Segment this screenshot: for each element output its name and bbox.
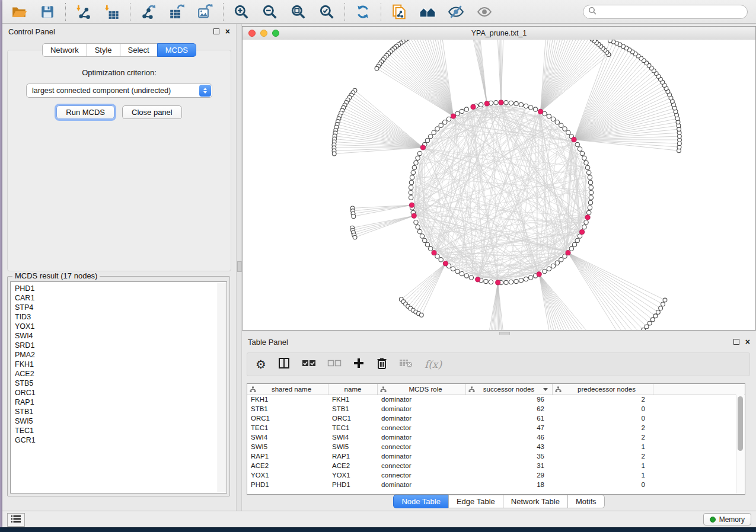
window-maximize-traffic-light[interactable] (272, 30, 279, 37)
table-row[interactable]: STB1STB1dominator620 (247, 404, 736, 414)
table-row[interactable]: TEC1TEC1connector472 (247, 423, 736, 432)
table-scrollbar-thumb[interactable] (738, 396, 743, 451)
close-panel-icon[interactable]: × (225, 27, 230, 36)
cell-successor-nodes[interactable]: 35 (466, 451, 553, 461)
float-window-icon[interactable] (213, 28, 219, 34)
export-image-button[interactable] (197, 4, 213, 20)
cell-shared-name[interactable]: STB1 (247, 404, 328, 414)
unselect-all-columns-button[interactable] (327, 357, 342, 372)
mcds-result-item[interactable]: SRD1 (15, 341, 227, 350)
mcds-result-item[interactable]: PHD1 (15, 284, 227, 293)
cell-shared-name[interactable]: ACE2 (247, 461, 328, 470)
cell-predecessor-nodes[interactable]: 1 (553, 470, 653, 480)
cell-mcds-role[interactable]: connector (378, 442, 466, 451)
mcds-result-item[interactable]: RAP1 (15, 398, 227, 407)
cell-mcds-role[interactable]: dominator (378, 451, 466, 461)
table-row[interactable]: FKH1FKH1dominator962 (247, 395, 736, 404)
mcds-result-item[interactable]: SWI4 (15, 331, 227, 341)
mcds-result-item[interactable]: YOX1 (15, 322, 227, 331)
cell-shared-name[interactable]: SWI4 (247, 432, 328, 442)
mcds-result-list[interactable]: PHD1CAR1STP4TID3YOX1SWI4SRD1PMA2FKH1ACE2… (10, 281, 227, 493)
import-table-button[interactable] (104, 4, 120, 20)
table-tab-network-table[interactable]: Network Table (503, 495, 568, 508)
select-all-columns-button[interactable] (302, 357, 316, 372)
column-header-predecessor-nodes[interactable]: predecessor nodes (553, 384, 653, 395)
cell-shared-name[interactable]: PHD1 (247, 480, 328, 489)
zoom-selected-button[interactable] (318, 4, 335, 20)
tab-network[interactable]: Network (42, 43, 87, 57)
import-network-button[interactable] (75, 4, 92, 20)
close-panel-icon[interactable]: × (745, 338, 750, 346)
cell-shared-name[interactable]: RAP1 (247, 451, 328, 461)
table-row[interactable]: YOX1YOX1connector291 (247, 470, 736, 480)
export-network-button[interactable] (140, 4, 157, 20)
table-row[interactable]: ACE2ACE2connector311 (247, 461, 736, 470)
cell-mcds-role[interactable]: dominator (378, 404, 466, 414)
mcds-result-item[interactable]: PMA2 (15, 350, 227, 360)
cell-predecessor-nodes[interactable]: 1 (553, 461, 653, 470)
mcds-result-item[interactable]: FKH1 (15, 360, 227, 369)
tab-select[interactable]: Select (120, 43, 158, 57)
float-window-icon[interactable] (733, 339, 739, 345)
cell-name[interactable]: ACE2 (328, 461, 378, 470)
cell-successor-nodes[interactable]: 61 (466, 414, 553, 423)
zoom-in-button[interactable] (233, 4, 250, 20)
cell-predecessor-nodes[interactable]: 2 (553, 451, 653, 461)
zoom-out-button[interactable] (261, 4, 278, 20)
cell-mcds-role[interactable]: dominator (378, 414, 466, 423)
cell-name[interactable]: TEC1 (328, 423, 378, 432)
cell-successor-nodes[interactable]: 29 (466, 470, 553, 480)
cell-successor-nodes[interactable]: 43 (466, 442, 553, 451)
cell-successor-nodes[interactable]: 62 (466, 404, 553, 414)
network-canvas[interactable] (243, 40, 755, 330)
window-close-traffic-light[interactable] (248, 30, 256, 37)
tab-mcds[interactable]: MCDS (157, 43, 196, 57)
cell-predecessor-nodes[interactable]: 0 (553, 414, 653, 423)
network-window-titlebar[interactable]: YPA_prune.txt_1 (243, 27, 755, 40)
cell-shared-name[interactable]: ORC1 (247, 414, 328, 423)
export-table-button[interactable] (168, 4, 185, 20)
search-field[interactable] (583, 5, 748, 19)
cell-shared-name[interactable]: TEC1 (247, 423, 328, 432)
mcds-result-item[interactable]: STB1 (15, 407, 227, 416)
mcds-result-item[interactable]: CAR1 (15, 293, 227, 303)
table-tab-motifs[interactable]: Motifs (567, 495, 605, 508)
cell-successor-nodes[interactable]: 46 (466, 432, 553, 442)
cell-name[interactable]: SWI4 (328, 432, 378, 442)
mcds-list-scrollbar[interactable] (218, 283, 226, 492)
mcds-result-item[interactable]: GCR1 (15, 435, 227, 445)
cell-predecessor-nodes[interactable]: 0 (553, 480, 653, 489)
function-builder-button[interactable]: f(x) (425, 357, 442, 372)
table-row[interactable]: ORC1ORC1dominator610 (247, 414, 736, 423)
sort-chevron-icon[interactable] (543, 388, 548, 391)
cell-name[interactable]: ORC1 (328, 414, 378, 423)
cell-shared-name[interactable]: FKH1 (247, 395, 328, 404)
save-session-button[interactable] (39, 4, 56, 20)
refresh-button[interactable] (355, 4, 371, 20)
network-from-document-button[interactable] (391, 4, 407, 20)
cell-mcds-role[interactable]: dominator (378, 432, 466, 442)
column-header-name[interactable]: name (328, 384, 378, 395)
cell-shared-name[interactable]: SWI5 (247, 442, 328, 451)
vertical-splitter[interactable] (236, 24, 242, 511)
criterion-dropdown[interactable]: largest connected component (undirected) (26, 84, 212, 98)
cell-predecessor-nodes[interactable]: 2 (553, 423, 653, 432)
toggle-bird-button[interactable] (448, 4, 464, 20)
memory-button[interactable]: Memory (703, 513, 751, 525)
mcds-result-item[interactable]: TEC1 (15, 426, 227, 435)
cell-name[interactable]: PHD1 (328, 480, 378, 489)
cell-name[interactable]: SWI5 (328, 442, 378, 451)
cell-successor-nodes[interactable]: 31 (466, 461, 553, 470)
cell-predecessor-nodes[interactable]: 2 (553, 395, 653, 404)
mcds-result-item[interactable]: STB5 (15, 379, 227, 388)
cell-mcds-role[interactable]: dominator (378, 480, 466, 489)
cell-mcds-role[interactable]: dominator (378, 395, 466, 404)
mcds-result-item[interactable]: ORC1 (15, 388, 227, 398)
mcds-result-item[interactable]: SWI5 (15, 416, 227, 426)
cell-name[interactable]: RAP1 (328, 451, 378, 461)
search-input[interactable] (599, 7, 742, 17)
column-header-mcds-role[interactable]: MCDS role (378, 384, 466, 395)
table-scrollbar[interactable] (736, 395, 744, 493)
table-options-button[interactable]: ⚙ (256, 357, 266, 372)
column-header-successor-nodes[interactable]: successor nodes (466, 384, 553, 395)
